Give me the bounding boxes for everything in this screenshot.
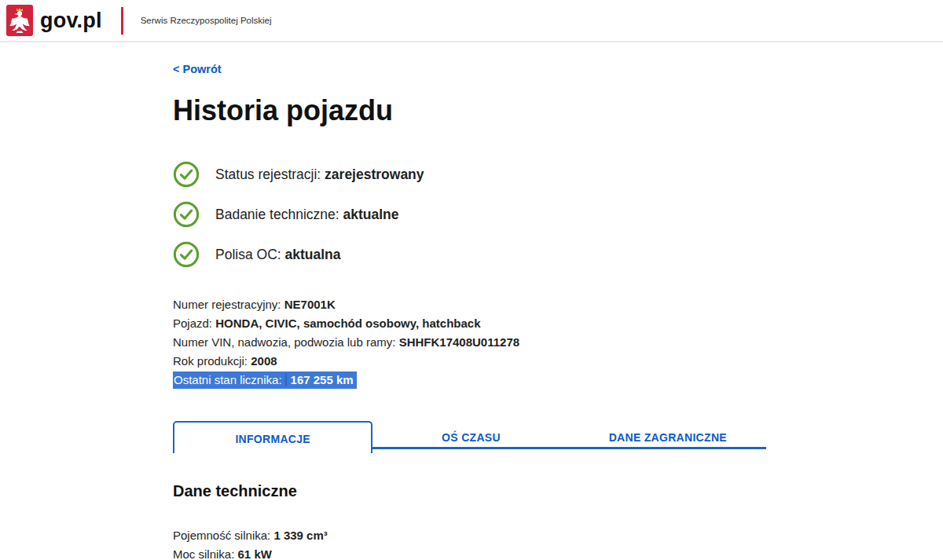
tab-informacje[interactable]: INFORMACJE: [173, 421, 372, 453]
detail-row-registration-number: Numer rejestracyjny: NE7001K: [173, 295, 766, 314]
detail-value: NE7001K: [284, 298, 336, 311]
technical-data: Pojemność silnika: 1 339 cm³ Moc silnika…: [173, 526, 766, 560]
detail-row-vin: Numer VIN, nadwozia, podwozia lub ramy: …: [173, 333, 766, 352]
status-item-inspection: Badanie techniczne: aktualne: [173, 201, 766, 228]
selection-highlight: Ostatni stan licznika:167 255 km: [173, 372, 357, 389]
back-link[interactable]: < Powrót: [173, 63, 222, 75]
check-circle-icon: [173, 241, 200, 268]
brand-name: gov.pl: [40, 9, 102, 33]
vehicle-details: Numer rejestracyjny: NE7001K Pojazd: HON…: [173, 295, 766, 390]
tech-row-engine-capacity: Pojemność silnika: 1 339 cm³: [173, 526, 766, 545]
detail-label: Numer rejestracyjny:: [173, 298, 281, 311]
tech-value: 1 339 cm³: [273, 529, 327, 542]
status-value: aktualne: [343, 207, 399, 222]
detail-value: SHHFK17408U011278: [399, 335, 519, 349]
status-value: zarejestrowany: [325, 167, 424, 182]
tech-row-engine-power: Moc silnika: 61 kW: [173, 545, 766, 560]
site-header: gov.pl Serwis Rzeczypospolitej Polskiej: [0, 0, 943, 42]
status-label: Status rejestracji:: [215, 167, 321, 182]
gov-emblem-icon: [6, 5, 33, 36]
status-value: aktualna: [285, 247, 341, 262]
tech-label: Pojemność silnika:: [173, 529, 270, 542]
detail-label: Rok produkcji:: [173, 354, 248, 368]
status-item-insurance: Polisa OC: aktualna: [173, 241, 766, 268]
detail-label: Ostatni stan licznika:: [174, 373, 285, 386]
header-divider: [121, 7, 123, 35]
detail-label: Pojazd:: [173, 317, 212, 330]
status-text: Status rejestracji: zarejestrowany: [215, 167, 424, 183]
check-circle-icon: [173, 201, 200, 228]
gov-home-link[interactable]: gov.pl: [6, 5, 102, 36]
detail-row-production-year: Rok produkcji: 2008: [173, 352, 766, 371]
detail-value: HONDA, CIVIC, samochód osobowy, hatchbac…: [215, 317, 480, 330]
tab-dane-zagraniczne[interactable]: DANE ZAGRANICZNE: [570, 421, 766, 453]
status-list: Status rejestracji: zarejestrowany Badan…: [173, 161, 766, 268]
section-heading-dane-techniczne: Dane techniczne: [173, 482, 766, 500]
tech-label: Moc silnika:: [173, 547, 234, 560]
main-content: < Powrót Historia pojazdu Status rejestr…: [0, 42, 766, 560]
detail-row-vehicle: Pojazd: HONDA, CIVIC, samochód osobowy, …: [173, 314, 766, 333]
check-circle-icon: [173, 161, 200, 188]
status-text: Badanie techniczne: aktualne: [215, 207, 399, 223]
page-title: Historia pojazdu: [173, 95, 766, 126]
status-label: Polisa OC:: [215, 247, 281, 262]
tab-os-czasu[interactable]: OŚ CZASU: [372, 421, 569, 453]
tab-strip: INFORMACJE OŚ CZASU DANE ZAGRANICZNE: [173, 421, 766, 453]
status-label: Badanie techniczne:: [215, 207, 339, 222]
status-item-registration: Status rejestracji: zarejestrowany: [173, 161, 766, 188]
detail-value: 167 255 km: [285, 373, 354, 386]
detail-value: 2008: [251, 354, 277, 368]
detail-label: Numer VIN, nadwozia, podwozia lub ramy:: [173, 335, 395, 349]
header-tagline: Serwis Rzeczypospolitej Polskiej: [141, 16, 272, 25]
detail-row-odometer: Ostatni stan licznika:167 255 km: [173, 371, 766, 390]
tech-value: 61 kW: [238, 547, 272, 560]
status-text: Polisa OC: aktualna: [215, 247, 341, 263]
